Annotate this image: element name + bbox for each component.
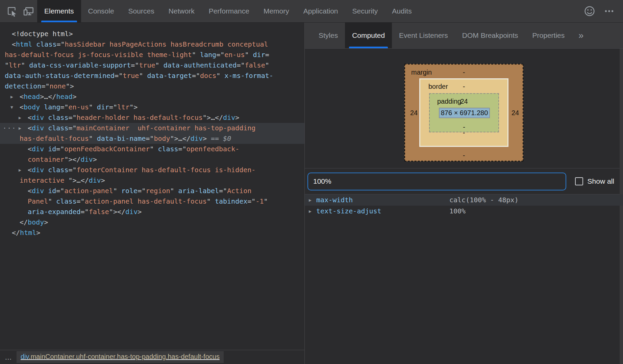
code-token: openFeedbackContainer [64, 145, 150, 153]
tab-memory[interactable]: Memory [256, 0, 296, 22]
dom-row[interactable]: ▶<div class="footerContainer has-default… [0, 165, 304, 175]
more-options-button[interactable] [601, 5, 618, 17]
code-token: " [192, 51, 196, 59]
computed-filter-input[interactable] [307, 173, 566, 190]
code-token: < [20, 93, 24, 101]
box-model-padding[interactable]: padding 24 - 876 × 6971.280 [429, 93, 499, 132]
code-token [93, 134, 97, 142]
selected-tab-underline [41, 21, 77, 22]
code-token: "> [69, 176, 77, 184]
code-token [143, 72, 147, 80]
code-token: class [158, 145, 178, 153]
code-token: =" [146, 134, 154, 142]
dom-row[interactable]: container"></div> [0, 154, 304, 165]
tab-label: Properties [532, 31, 565, 40]
dom-row[interactable]: ···▶<div class="mainContainer uhf-contai… [0, 123, 304, 133]
expand-arrow-icon[interactable]: ▶ [10, 92, 13, 102]
code-token: == [207, 134, 223, 142]
tab-label: Console [88, 7, 114, 15]
dom-row[interactable]: Panel" class="action-panel has-default-f… [0, 196, 304, 207]
more-tabs-chevron-icon[interactable]: » [572, 23, 590, 48]
tab-performance[interactable]: Performance [202, 0, 256, 22]
expand-arrow-icon[interactable]: ▶ [19, 123, 21, 133]
code-token: div [125, 208, 138, 216]
dom-tree: <!doctype html><html class="hasSidebar h… [0, 23, 304, 350]
code-token: body [28, 218, 44, 226]
property-name: text-size-adjust [316, 206, 449, 217]
dom-row[interactable]: interactive ">…</div> [0, 175, 304, 186]
dom-row[interactable]: ▼<body lang="en-us" dir="ltr"> [0, 102, 304, 112]
dom-row[interactable]: <div id="openFeedbackContainer" class="o… [0, 144, 304, 154]
expand-arrow-icon[interactable]: ▶ [309, 206, 312, 217]
dom-row[interactable]: <!doctype html> [0, 29, 304, 39]
tab-sources[interactable]: Sources [121, 0, 161, 22]
tab-security[interactable]: Security [345, 0, 385, 22]
show-all-checkbox[interactable] [575, 177, 583, 185]
breadcrumb-selected-node[interactable]: div.mainContainer.uhf-container.has-top-… [17, 351, 224, 363]
dom-row[interactable]: detection="none"> [0, 81, 304, 92]
expand-arrow-icon[interactable]: ▶ [309, 194, 312, 206]
code-token: </ [20, 218, 28, 226]
expand-arrow-icon[interactable]: ▶ [19, 112, 21, 123]
code-token: head [24, 93, 40, 101]
sidebar-tab-event-listeners[interactable]: Event Listeners [392, 23, 455, 48]
node-overflow-dots[interactable]: ··· [3, 123, 16, 133]
tab-console[interactable]: Console [81, 0, 121, 22]
property-name: max-width [316, 194, 449, 206]
tab-application[interactable]: Application [296, 0, 345, 22]
dom-row[interactable]: "ltr" data-css-variable-support="true" d… [0, 60, 304, 71]
tab-network[interactable]: Network [161, 0, 202, 22]
breadcrumb-overflow-button[interactable]: … [5, 354, 12, 361]
computed-properties-list: ▶max-widthcalc(100% - 48px)▶text-size-ad… [305, 194, 623, 217]
feedback-button[interactable] [581, 5, 598, 18]
tab-label: Security [352, 7, 378, 15]
dom-row[interactable]: <html class="hasSidebar hasPageActions h… [0, 39, 304, 50]
padding-top-value: 24 [430, 98, 498, 105]
box-model-border[interactable]: border - - padding 24 - 876 × 6971.280 [419, 78, 508, 147]
code-token: dir [97, 103, 109, 111]
dom-row[interactable]: </body> [0, 217, 304, 228]
show-all-toggle[interactable]: Show all [575, 177, 614, 185]
code-token [52, 197, 56, 205]
box-model-content[interactable]: 876 × 6971.280 [439, 108, 490, 118]
code-token: =" [247, 197, 255, 205]
tab-label: DOM Breakpoints [462, 31, 518, 40]
code-token: " [113, 187, 117, 195]
inspect-icon [6, 5, 18, 17]
computed-property-row[interactable]: ▶text-size-adjust100% [305, 206, 623, 217]
expand-arrow-icon[interactable]: ▶ [19, 165, 21, 175]
code-token: div [32, 166, 44, 174]
sidebar-tab-styles[interactable]: Styles [312, 23, 345, 48]
code-token: has-default-focus [20, 134, 89, 142]
dom-row[interactable]: data-auth-status-determined="true" data-… [0, 71, 304, 81]
code-token: detection [5, 82, 41, 90]
code-token: aria-expanded [28, 208, 81, 216]
inspect-element-button[interactable] [3, 0, 20, 22]
code-token: = [265, 51, 269, 59]
dom-row[interactable]: ▶<head>…</head> [0, 92, 304, 102]
code-token [174, 187, 178, 195]
dom-row[interactable]: has-default-focus" data-bi-name="body">…… [0, 133, 304, 144]
code-token: =" [68, 124, 76, 132]
device-toolbar-button[interactable] [20, 0, 37, 22]
dom-row[interactable]: has-default-focus js-focus-visible theme… [0, 50, 304, 60]
dom-row[interactable]: </html> [0, 228, 304, 238]
box-model-margin[interactable]: margin - - 24 24 - - - - border - - [404, 64, 523, 161]
border-top-value: - [420, 83, 507, 90]
sidebar-tab-computed[interactable]: Computed [345, 23, 392, 48]
code-token: </ [72, 155, 80, 163]
dom-row[interactable]: aria-expanded="false"></div> [0, 207, 304, 217]
code-token: body [154, 134, 170, 142]
code-token [40, 103, 44, 111]
sidebar-tab-properties[interactable]: Properties [525, 23, 572, 48]
dom-row[interactable]: ▶<div class="header-holder has-default-f… [0, 112, 304, 123]
tab-elements[interactable]: Elements [37, 0, 81, 22]
tab-audits[interactable]: Audits [385, 0, 419, 22]
collapse-arrow-icon[interactable]: ▼ [10, 102, 13, 112]
dom-row[interactable]: <div id="action-panel" role="region" ari… [0, 186, 304, 196]
code-token: … [77, 176, 81, 184]
code-token: </ [182, 134, 191, 142]
sidebar-tab-dom-breakpoints[interactable]: DOM Breakpoints [455, 23, 525, 48]
computed-property-row[interactable]: ▶max-widthcalc(100% - 48px) [305, 194, 623, 206]
tab-label: Computed [352, 31, 385, 40]
